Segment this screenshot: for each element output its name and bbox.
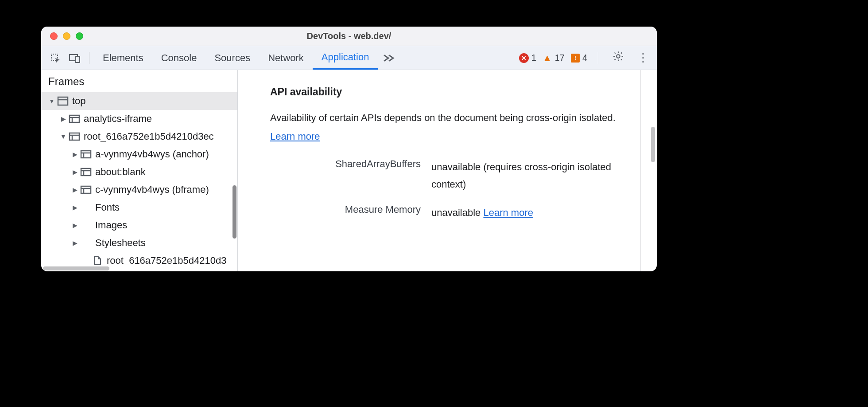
- tree-label: about:blank: [95, 166, 146, 178]
- api-availability-section: API availability Availability of certain…: [254, 70, 641, 271]
- more-tabs-button[interactable]: [378, 46, 400, 70]
- titlebar: DevTools - web.dev/: [41, 27, 657, 46]
- toolbar-separator: [598, 52, 598, 64]
- tree-twist-icon[interactable]: [71, 168, 78, 176]
- warning-count-value: 17: [555, 53, 565, 63]
- api-table: SharedArrayBuffersunavailable (requires …: [270, 158, 624, 222]
- tree-row[interactable]: root_616a752e1b5d4210d3ec: [41, 128, 237, 145]
- tree-label: Fonts: [95, 202, 120, 213]
- api-row-label: SharedArrayBuffers: [270, 158, 421, 170]
- frame-icon: [80, 185, 92, 194]
- zoom-window-button[interactable]: [76, 32, 83, 40]
- tree-label: Stylesheets: [95, 237, 146, 249]
- svg-rect-15: [81, 168, 91, 176]
- tabbar-right: ✕ 1 ▲ 17 ! 4 ⋮: [519, 51, 652, 65]
- tree-row[interactable]: root_616a752e1b5d4210d3: [41, 252, 237, 265]
- tree-row[interactable]: Fonts: [41, 199, 237, 216]
- learn-more-link[interactable]: Learn more: [483, 207, 533, 218]
- tree-row[interactable]: about:blank: [41, 163, 237, 181]
- frames-sidebar: Frames topanalytics-iframeroot_616a752e1…: [41, 70, 238, 271]
- tree-twist-icon[interactable]: [71, 222, 78, 229]
- api-row: Measure Memoryunavailable Learn more: [270, 204, 624, 222]
- toolbar-separator: [89, 52, 89, 64]
- sidebar-hscrollbar[interactable]: [41, 265, 237, 271]
- frame-icon: [69, 114, 80, 123]
- tree-twist-icon[interactable]: [60, 133, 67, 140]
- warning-count[interactable]: ▲ 17: [542, 52, 565, 64]
- tree-row[interactable]: analytics-iframe: [41, 110, 237, 128]
- tab-network[interactable]: Network: [259, 46, 313, 70]
- error-icon: ✕: [519, 53, 529, 63]
- api-row-value: unavailable (requires cross-origin isola…: [431, 158, 624, 193]
- device-toolbar-icon[interactable]: [67, 50, 83, 66]
- tab-application[interactable]: Application: [313, 46, 378, 70]
- section-desc-text: Availability of certain APIs depends on …: [270, 112, 616, 123]
- tree-label: a-vynmy4vb4wys (anchor): [95, 149, 209, 160]
- tree-twist-icon[interactable]: [71, 186, 78, 193]
- frames-tree: topanalytics-iframeroot_616a752e1b5d4210…: [41, 92, 237, 265]
- info-count-value: 4: [582, 53, 587, 63]
- learn-more-link[interactable]: Learn more: [270, 131, 320, 142]
- body-split: Frames topanalytics-iframeroot_616a752e1…: [41, 70, 657, 271]
- settings-icon[interactable]: [609, 51, 628, 65]
- tree-label: c-vynmy4vb4wys (bframe): [95, 184, 209, 196]
- tab-console[interactable]: Console: [152, 46, 206, 70]
- tree-row[interactable]: Images: [41, 216, 237, 234]
- api-row-label: Measure Memory: [270, 204, 421, 215]
- info-icon: !: [571, 54, 580, 63]
- error-count[interactable]: ✕ 1: [519, 53, 536, 63]
- tree-label: analytics-iframe: [84, 113, 152, 125]
- none-icon: [80, 239, 92, 247]
- main-panel: API availability Availability of certain…: [238, 70, 657, 271]
- section-title: API availability: [270, 86, 624, 98]
- tree-twist-icon[interactable]: [71, 151, 78, 158]
- frame-icon: [80, 168, 92, 176]
- tree-twist-icon[interactable]: [71, 239, 78, 247]
- none-icon: [80, 203, 92, 212]
- devtools-tabbar: ElementsConsoleSourcesNetworkApplication…: [41, 46, 657, 70]
- svg-rect-4: [58, 97, 68, 105]
- tree-label: root_616a752e1b5d4210d3: [107, 255, 226, 265]
- more-options-icon[interactable]: ⋮: [634, 51, 652, 65]
- window-icon: [57, 97, 69, 106]
- sidebar-vscrollbar[interactable]: [231, 97, 237, 265]
- file-icon: [92, 256, 103, 265]
- tab-elements[interactable]: Elements: [94, 46, 152, 70]
- tree-row[interactable]: Stylesheets: [41, 234, 237, 252]
- api-row-value: unavailable Learn more: [431, 204, 624, 222]
- tree-row[interactable]: c-vynmy4vb4wys (bframe): [41, 181, 237, 199]
- tab-sources[interactable]: Sources: [205, 46, 259, 70]
- frame-icon: [69, 132, 80, 141]
- error-count-value: 1: [531, 53, 536, 63]
- section-description: Availability of certain APIs depends on …: [270, 109, 624, 146]
- sidebar-title: Frames: [41, 70, 237, 92]
- tree-label: root_616a752e1b5d4210d3ec: [84, 131, 214, 142]
- warning-icon: ▲: [542, 52, 552, 64]
- svg-rect-6: [70, 115, 79, 122]
- close-window-button[interactable]: [50, 32, 58, 40]
- main-vscrollbar[interactable]: [650, 74, 656, 268]
- none-icon: [80, 221, 92, 230]
- svg-rect-12: [81, 151, 91, 158]
- tree-row[interactable]: top: [41, 92, 237, 110]
- tree-twist-icon[interactable]: [48, 98, 55, 105]
- tree-label: top: [72, 95, 86, 107]
- tree-label: Images: [95, 219, 127, 231]
- info-count[interactable]: ! 4: [571, 53, 587, 63]
- tree-twist-icon[interactable]: [71, 204, 78, 211]
- panel-tabs: ElementsConsoleSourcesNetworkApplication: [94, 46, 378, 70]
- window-title: DevTools - web.dev/: [41, 31, 657, 41]
- tree-row[interactable]: a-vynmy4vb4wys (anchor): [41, 145, 237, 163]
- traffic-lights: [41, 32, 83, 40]
- svg-point-3: [616, 55, 620, 58]
- inspect-element-icon[interactable]: [47, 50, 63, 66]
- devtools-window: DevTools - web.dev/ ElementsConsoleSourc…: [41, 27, 657, 271]
- svg-rect-18: [81, 186, 91, 193]
- frame-icon: [80, 150, 92, 159]
- tree-twist-icon[interactable]: [60, 115, 67, 122]
- svg-rect-9: [70, 133, 79, 140]
- svg-rect-2: [76, 56, 80, 63]
- minimize-window-button[interactable]: [63, 32, 70, 40]
- api-row: SharedArrayBuffersunavailable (requires …: [270, 158, 624, 193]
